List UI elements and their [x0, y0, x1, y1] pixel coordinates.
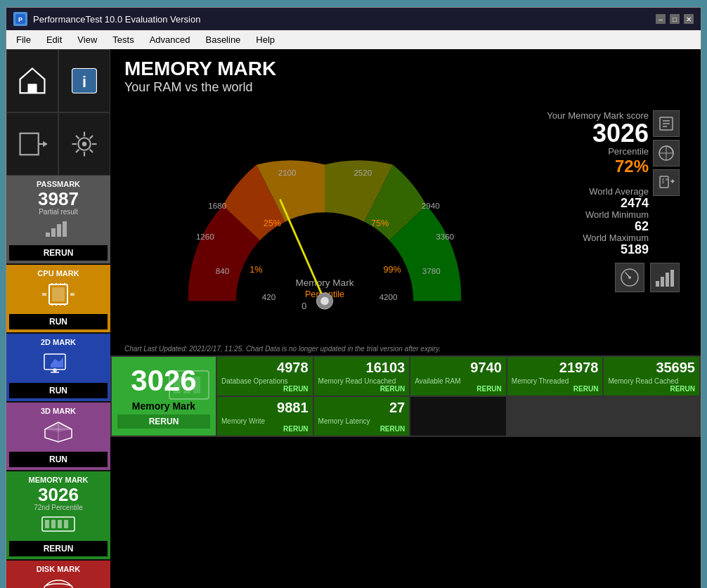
svg-rect-92 [661, 277, 664, 287]
menu-tests[interactable]: Tests [105, 32, 141, 48]
passmark-rerun-button[interactable]: RERUN [9, 245, 108, 261]
threed-card: 3D MARK RUN [6, 403, 110, 470]
sidebar: i [6, 49, 110, 588]
header-text: MEMORY MARK Your RAM vs the world [124, 58, 276, 95]
svg-line-15 [76, 136, 79, 138]
available-ram-score: 9740 [415, 360, 502, 376]
menubar: File Edit View Tests Advanced Baseline H… [6, 30, 701, 49]
settings-button[interactable] [58, 112, 110, 176]
svg-marker-8 [43, 141, 48, 148]
bottom-main-memory-card[interactable]: 3026 Memory Mark RERUN [112, 357, 216, 436]
memory-sidebar-card: MEMORY MARK 3026 72nd Percentile RERUN [6, 471, 110, 559]
memory-read-uncached-card: 16103 Memory Read Uncached RERUN [314, 357, 410, 396]
world-max-label: World Maximum [532, 233, 649, 243]
svg-marker-87 [672, 179, 675, 183]
memory-read-uncached-rerun-button[interactable]: RERUN [318, 385, 406, 393]
svg-text:3360: 3360 [436, 232, 454, 241]
threed-run-button[interactable]: RUN [9, 452, 108, 467]
page-header: MEMORY MARK Your RAM vs the world [110, 49, 701, 103]
menu-view[interactable]: View [70, 32, 104, 48]
svg-rect-6 [20, 133, 39, 155]
memory-sidebar-score: 3026 [9, 485, 108, 504]
sub-cards-grid: 4978 Database Operations RERUN 16103 Mem… [217, 357, 699, 436]
memory-threaded-label: Memory Threaded [512, 377, 599, 385]
disk-card: DISK MARK RUN [6, 561, 110, 588]
memory-sidebar-rerun-button[interactable]: RERUN [9, 541, 108, 556]
svg-rect-23 [42, 293, 46, 296]
memory-sidebar-subtitle: 72nd Percentile [9, 504, 108, 511]
menu-edit[interactable]: Edit [39, 32, 69, 48]
svg-text:2520: 2520 [354, 168, 372, 177]
memory-latency-card: 27 Memory Latency RERUN [314, 397, 410, 436]
memory-latency-rerun-button[interactable]: RERUN [318, 425, 406, 433]
passmark-icon [9, 216, 108, 244]
svg-line-18 [76, 150, 79, 152]
disk-title: DISK MARK [9, 563, 108, 575]
svg-text:2100: 2100 [278, 168, 297, 177]
svg-rect-97 [183, 377, 190, 393]
gauge-speed-icon[interactable] [615, 263, 644, 292]
cpu-card: CPU MARK [6, 265, 110, 332]
svg-text:99%: 99% [383, 265, 401, 275]
score-action-icons [653, 110, 680, 196]
svg-point-90 [628, 276, 631, 279]
menu-file[interactable]: File [9, 32, 38, 48]
page-subtitle: Your RAM vs the world [124, 80, 276, 95]
gauge-bottom-icons [532, 263, 680, 292]
passmark-subtitle: Partial result [9, 208, 108, 216]
export-button[interactable] [6, 112, 58, 176]
maximize-button[interactable]: □ [670, 14, 680, 24]
right-content: MEMORY MARK Your RAM vs the world [110, 49, 701, 588]
svg-text:420: 420 [262, 292, 276, 301]
memory-threaded-rerun-button[interactable]: RERUN [512, 385, 599, 393]
menu-help[interactable]: Help [249, 32, 282, 48]
threed-icon [9, 417, 108, 450]
memory-read-uncached-label: Memory Read Uncached [318, 377, 406, 385]
export-button[interactable] [653, 169, 680, 196]
svg-point-52 [44, 584, 72, 588]
database-ops-label: Database Operations [221, 377, 309, 385]
menu-baseline[interactable]: Baseline [198, 32, 247, 48]
memory-write-score: 9881 [221, 400, 309, 416]
compare-results-button[interactable] [653, 140, 680, 166]
memory-read-cached-rerun-button[interactable]: RERUN [608, 385, 695, 393]
score-panel: Your Memory Mark score 3026 Percentile 7… [525, 103, 687, 335]
svg-point-74 [320, 297, 329, 306]
minimize-button[interactable]: – [656, 14, 666, 24]
database-ops-rerun-button[interactable]: RERUN [221, 385, 309, 393]
svg-rect-98 [193, 377, 200, 393]
memory-write-label: Memory Write [221, 417, 309, 425]
svg-text:75%: 75% [371, 218, 389, 228]
memory-sidebar-icon [9, 511, 108, 540]
svg-rect-49 [64, 520, 68, 528]
svg-rect-48 [58, 520, 62, 528]
available-ram-card: 9740 Available RAM RERUN [410, 357, 506, 396]
memory-read-uncached-score: 16103 [318, 360, 406, 376]
memory-threaded-card: 21978 Memory Threaded RERUN [507, 357, 603, 396]
window-controls: – □ ✕ [656, 14, 694, 24]
svg-rect-83 [662, 178, 664, 181]
memory-latency-label: Memory Latency [318, 417, 406, 425]
cpu-run-button[interactable]: RUN [9, 314, 108, 329]
svg-text:P: P [18, 16, 22, 23]
home-button[interactable] [6, 49, 58, 112]
percentile-value: 72% [532, 157, 649, 176]
twod-run-button[interactable]: RUN [9, 383, 108, 398]
database-ops-card: 4978 Database Operations RERUN [217, 357, 313, 396]
gauge-svg: 0 420 840 1260 1680 2100 2520 [124, 103, 525, 335]
page-title: MEMORY MARK [124, 58, 276, 80]
info-button[interactable]: i [58, 49, 110, 112]
svg-rect-96 [174, 377, 181, 393]
memory-bg-icon [168, 364, 210, 409]
close-button[interactable]: ✕ [684, 14, 694, 24]
save-results-button[interactable] [653, 110, 680, 137]
svg-text:3780: 3780 [422, 266, 441, 275]
sidebar-top-icons: i [6, 49, 110, 112]
menu-advanced[interactable]: Advanced [143, 32, 197, 48]
chart-view-button[interactable] [650, 263, 680, 292]
score-value: 3026 [532, 121, 649, 146]
sidebar-mid-icons [6, 112, 110, 176]
memory-write-rerun-button[interactable]: RERUN [221, 425, 309, 433]
bottom-main-rerun-button[interactable]: RERUN [117, 414, 210, 429]
available-ram-rerun-button[interactable]: RERUN [415, 385, 502, 393]
